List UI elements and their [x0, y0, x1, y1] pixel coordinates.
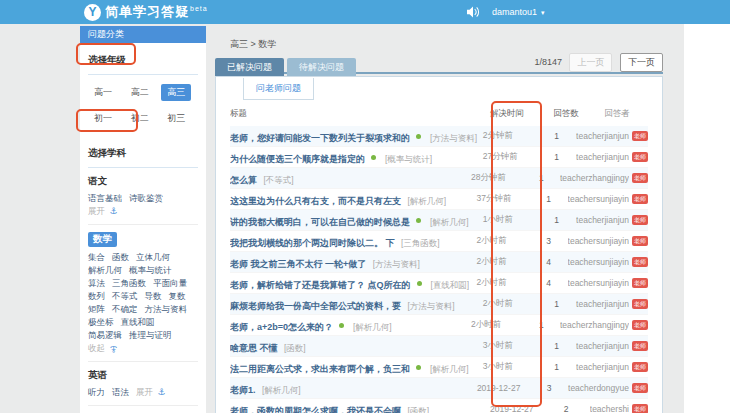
subject-tag[interactable]: 解析几何	[88, 264, 122, 277]
category-tag[interactable]: [解析几何]	[353, 322, 392, 332]
subject-tag[interactable]: 听力	[88, 386, 105, 399]
question-title[interactable]: 老师，a+2b=0怎么来的？	[230, 322, 333, 332]
answerer-name[interactable]: teacherjianjun	[576, 299, 629, 309]
category-tag[interactable]: [方法与资料]	[407, 301, 454, 311]
subject-tag[interactable]: 语法	[112, 386, 129, 399]
attachment-dot-icon	[339, 323, 344, 328]
subject-tag[interactable]: 不等式	[112, 290, 138, 303]
question-title[interactable]: 这这里边为什么只有右支，而不是只有左支	[230, 196, 401, 206]
subject-tag[interactable]: 诗歌鉴赏	[129, 192, 163, 205]
subject-tag[interactable]: 简易逻辑	[88, 329, 122, 342]
expand-toggle[interactable]: 展开 ⚓	[88, 206, 117, 216]
grade-option[interactable]: 高二	[125, 84, 155, 101]
expand-toggle[interactable]: 展开 ⚓	[136, 387, 165, 397]
question-title[interactable]: 为什么随便选三个顺序就是指定的	[230, 154, 365, 164]
answerer-name[interactable]: teacherjianjun	[576, 215, 629, 225]
subject-tag[interactable]: 函数	[112, 251, 129, 264]
subject-tag[interactable]: 立体几何	[136, 251, 170, 264]
subject-name[interactable]: 数学	[88, 232, 117, 247]
category-tag[interactable]: [不等式]	[263, 175, 293, 185]
subject-tag[interactable]: 不确定	[112, 303, 138, 316]
question-table: 标题 解决时间 回答数 回答者 老师，您好请问能发一下数列关于裂项求和的 [方法…	[230, 100, 648, 413]
answerer-name[interactable]: teacherjianjun	[576, 341, 629, 351]
subject-tags: 集合函数立体几何解析几何概率与统计算法三角函数平面向量数列不等式导数复数矩阵不确…	[88, 251, 198, 355]
category-tag[interactable]: [方法与资料]	[373, 259, 420, 269]
solve-time: 3小时前	[483, 361, 537, 373]
subject-name[interactable]: 语文	[88, 175, 107, 188]
subject-tag[interactable]: 语言基础	[88, 192, 122, 205]
question-title[interactable]: 啥意思 不懂	[230, 343, 278, 353]
answerer-name[interactable]: teachershi	[590, 404, 629, 413]
app-logo[interactable]: Y 简单学习答疑beta	[84, 3, 208, 21]
answerer-name[interactable]: teacherjianjun	[576, 131, 629, 141]
answerer-name[interactable]: teachersunjiayin	[568, 257, 629, 267]
user-dropdown[interactable]: damantou1▾	[492, 6, 545, 19]
category-tag[interactable]: [函数]	[284, 343, 306, 353]
grade-option[interactable]: 高一	[88, 84, 118, 101]
category-tag[interactable]: [解析几何]	[262, 385, 301, 395]
question-title[interactable]: 我把我划横线的那个两边同时除以二。 下	[230, 238, 395, 248]
subject-tag[interactable]: 方法与资料	[145, 303, 188, 316]
answerer-name[interactable]: teacherzhangjingy	[560, 173, 629, 183]
subject-tag[interactable]: 矩阵	[88, 303, 105, 316]
answerer-name[interactable]: teacherjianjun	[576, 362, 629, 372]
tab[interactable]: 已解决问题	[215, 58, 284, 76]
question-title[interactable]: 法二用距离公式求，求出来有两个解，负三和	[230, 364, 410, 374]
category-tag[interactable]: [解析几何]	[430, 364, 469, 374]
category-tag[interactable]: [三角函数]	[401, 238, 440, 248]
category-tag[interactable]: [直线和圆]	[430, 280, 469, 290]
question-title[interactable]: 怎么算	[230, 175, 257, 185]
subject-tags: 语言基础诗歌鉴赏展开 ⚓	[88, 192, 198, 218]
subject-tag[interactable]: 直线和圆	[121, 316, 155, 329]
subject-tag[interactable]: 数列	[88, 290, 105, 303]
breadcrumb: 高三 > 数学	[230, 38, 276, 51]
subject-tag[interactable]: 平面向量	[153, 277, 187, 290]
category-tag[interactable]: [解析几何]	[430, 217, 469, 227]
subject-tag[interactable]: 集合	[88, 251, 105, 264]
answerer-name[interactable]: teachersunjiayin	[568, 194, 629, 204]
table-row: 怎么算 [不等式] 28分钟前 1 teacherzhangjingy 老师	[230, 168, 648, 189]
answerer-name[interactable]: teachersunjiayin	[568, 278, 629, 288]
anchor-arrow-icon: ⚓	[109, 342, 117, 355]
subject-tag[interactable]: 复数	[169, 290, 186, 303]
answer-count: 1	[530, 194, 568, 204]
answerer-name[interactable]: teacherzhangjingy	[560, 320, 629, 330]
subject-group: 物理 牛顿定律电磁学展开 ⚓	[88, 406, 198, 413]
question-title[interactable]: 讲的我都大概明白，可以在自己做的时候总是	[230, 217, 410, 227]
question-title[interactable]: 老师 我之前三角不太行 一轮+做了	[230, 259, 366, 269]
subject-tag[interactable]: 算法	[88, 277, 105, 290]
grade-option[interactable]: 初三	[161, 110, 191, 127]
category-tag[interactable]: [概率与统计]	[385, 154, 432, 164]
subject-list: 语文 语言基础诗歌鉴赏展开 ⚓ 数学 集合函数立体几何解析几何概率与统计算法三角…	[88, 168, 198, 413]
prev-page-button[interactable]: 上一页	[569, 53, 612, 72]
teacher-badge: 老师	[632, 131, 648, 141]
speaker-icon[interactable]	[466, 6, 480, 18]
grade-option[interactable]: 高三	[161, 84, 191, 101]
category-tag[interactable]: [解析几何]	[407, 196, 446, 206]
subject-tag[interactable]: 导数	[145, 290, 162, 303]
category-tag[interactable]: [函数]	[407, 406, 429, 413]
subject-tag[interactable]: 极坐标	[88, 316, 114, 329]
answerer-name[interactable]: teacherjianjun	[576, 152, 629, 162]
question-title[interactable]: 老师，解析给错了还是我算错了？ 点Q所在的	[230, 280, 411, 290]
subject-tag[interactable]: 推理与证明	[129, 329, 172, 342]
subject-name[interactable]: 英语	[88, 369, 107, 382]
expand-toggle[interactable]: 收起 ⚓	[88, 343, 117, 353]
question-title[interactable]: 麻烦老师给我一份高中全部公式的资料，要	[230, 301, 401, 311]
category-tag[interactable]: [方法与资料]	[430, 133, 477, 143]
header-title: 标题	[230, 108, 490, 120]
subject-tag[interactable]: 三角函数	[112, 277, 146, 290]
grade-option[interactable]: 初一	[88, 110, 118, 127]
grade-option[interactable]: 初二	[125, 110, 155, 127]
answerer-name[interactable]: teachersunjiayin	[568, 236, 629, 246]
question-title[interactable]: 老师1.	[230, 385, 256, 395]
attachment-dot-icon	[416, 134, 421, 139]
answerer-name[interactable]: teacherdongyue	[568, 383, 629, 393]
tab[interactable]: 待解决问题	[287, 58, 356, 76]
question-title[interactable]: 老师，您好请问能发一下数列关于裂项求和的	[230, 133, 410, 143]
answer-count: 1	[537, 215, 576, 225]
subject-tag[interactable]: 概率与统计	[129, 264, 172, 277]
tab-ask-teacher[interactable]: 问老师问题	[243, 78, 314, 100]
question-title[interactable]: 老师，函数的周期怎么求啊，我还是不会啊	[230, 406, 401, 413]
next-page-button[interactable]: 下一页	[620, 53, 663, 72]
